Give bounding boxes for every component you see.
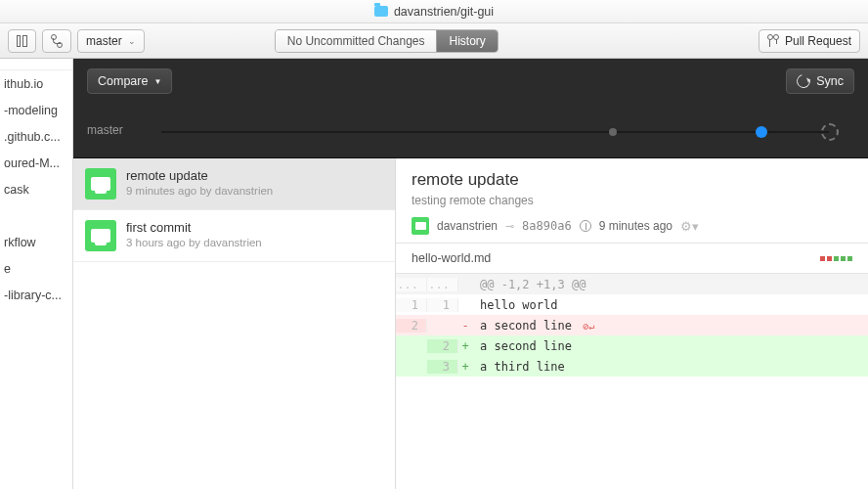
- diff-summary-dots: [820, 256, 852, 261]
- commit-time: 9 minutes ago: [599, 219, 673, 233]
- diff-hunk-text: @@ -1,2 +1,3 @@: [472, 278, 586, 291]
- no-newline-icon: ⊘↵: [583, 321, 594, 332]
- branch-name: master: [86, 34, 122, 48]
- commit-item-subtitle: 9 minutes ago by davanstrien: [126, 185, 273, 197]
- commit-item-subtitle: 3 hours ago by davanstrien: [126, 237, 262, 248]
- repo-title: davanstrien/git-gui: [394, 5, 494, 19]
- tab-history[interactable]: History: [436, 30, 497, 52]
- sidebar-repo-item[interactable]: -library-c...: [0, 282, 72, 308]
- diff-view: ...... @@ -1,2 +1,3 @@ 11 hello world2-a…: [396, 274, 868, 377]
- timeline-track: [161, 131, 829, 133]
- view-segmented-control: No Uncommitted Changes History: [275, 29, 499, 53]
- commit-sha: 8a890a6: [522, 219, 572, 233]
- branch-selector[interactable]: master ⌄: [77, 29, 145, 53]
- tab-changes[interactable]: No Uncommitted Changes: [276, 30, 437, 52]
- repo-sidebar: ithub.io-modeling.github.c...oured-M...c…: [0, 59, 73, 489]
- diff-line: 3+a third line: [396, 356, 868, 377]
- window-titlebar: davanstrien/git-gui: [0, 0, 868, 23]
- commit-title: remote update: [412, 170, 852, 190]
- commit-item-title: first commit: [126, 220, 262, 235]
- sidebar-repo-item[interactable]: -modeling: [0, 97, 72, 123]
- sync-label: Sync: [816, 74, 844, 88]
- diff-line: 2-a second line ⊘↵: [396, 315, 868, 335]
- timeline-current-dot[interactable]: [756, 126, 767, 138]
- chevron-down-icon: ⌄: [128, 36, 136, 46]
- pull-request-button[interactable]: Pull Request: [759, 29, 860, 53]
- pull-request-icon: [767, 34, 779, 48]
- commit-detail: remote update testing remote changes dav…: [396, 158, 868, 489]
- pull-request-label: Pull Request: [785, 34, 851, 48]
- sidebar-icon: [17, 35, 27, 47]
- sync-icon: [795, 71, 813, 90]
- commit-timeline[interactable]: master: [73, 104, 868, 158]
- diff-line: 2+a second line: [396, 335, 868, 356]
- commit-sha-icon: ⊸: [505, 220, 514, 233]
- timeline-branch-label: master: [87, 123, 123, 137]
- toolbar: master ⌄ No Uncommitted Changes History …: [0, 23, 868, 59]
- sidebar-repo-item[interactable]: e: [0, 255, 72, 282]
- commit-author: davanstrien: [437, 219, 498, 233]
- sidebar-repo-item[interactable]: cask: [0, 176, 72, 202]
- gear-icon[interactable]: ⚙︎▾: [680, 219, 699, 234]
- commit-item-title: remote update: [126, 168, 273, 183]
- commit-list-item[interactable]: remote update9 minutes ago by davanstrie…: [73, 158, 395, 210]
- avatar-icon: [85, 220, 116, 251]
- avatar-icon: [85, 168, 116, 200]
- branch-icon: [51, 34, 63, 48]
- commit-meta: davanstrien ⊸ 8a890a6 9 minutes ago ⚙︎▾: [412, 217, 852, 235]
- sidebar-repo-item[interactable]: [0, 202, 72, 229]
- caret-down-icon: ▼: [153, 77, 161, 86]
- commit-list-item[interactable]: first commit3 hours ago by davanstrien: [73, 210, 395, 262]
- sync-button[interactable]: Sync: [786, 68, 854, 94]
- sidebar-repo-item[interactable]: rkflow: [0, 229, 72, 255]
- clock-icon: [580, 220, 591, 232]
- sidebar-repo-item[interactable]: ithub.io: [0, 70, 72, 97]
- diff-hunk-header: ...... @@ -1,2 +1,3 @@: [396, 274, 868, 294]
- compare-button[interactable]: Compare ▼: [87, 68, 172, 94]
- branch-icon-button[interactable]: [42, 29, 71, 53]
- timeline-head-ring: [821, 123, 839, 141]
- compare-label: Compare: [98, 74, 148, 88]
- author-avatar-icon: [412, 217, 429, 235]
- sidebar-repo-item[interactable]: .github.c...: [0, 123, 72, 150]
- history-toolbar: Compare ▼ Sync: [73, 59, 868, 104]
- diff-filename: hello-world.md: [412, 251, 491, 265]
- commit-list: remote update9 minutes ago by davanstrie…: [73, 158, 396, 489]
- commit-description: testing remote changes: [412, 194, 852, 207]
- timeline-commit-dot[interactable]: [609, 128, 617, 136]
- diff-file-header[interactable]: hello-world.md: [396, 243, 868, 274]
- folder-icon: [374, 6, 388, 17]
- toggle-sidebar-button[interactable]: [8, 29, 36, 53]
- diff-line: 11 hello world: [396, 294, 868, 315]
- sidebar-repo-item[interactable]: oured-M...: [0, 150, 72, 176]
